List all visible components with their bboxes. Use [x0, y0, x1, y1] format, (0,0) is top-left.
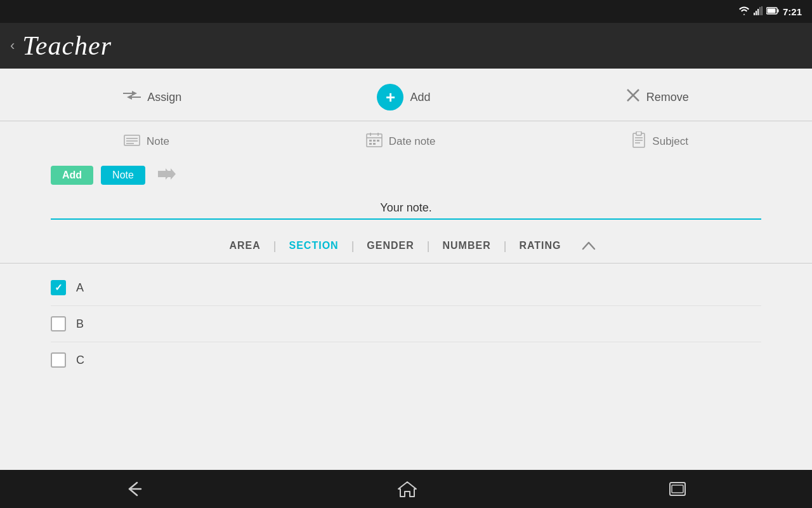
back-nav-button[interactable] [126, 480, 146, 498]
forward-arrow-icon [158, 168, 176, 183]
checkbox-b-label: B [76, 318, 84, 331]
app-title: Teacher [22, 30, 112, 61]
svg-rect-1 [756, 11, 757, 15]
date-note-icon [366, 132, 383, 151]
svg-rect-22 [369, 140, 372, 142]
checkbox-a-label: A [76, 281, 84, 295]
status-icons: 7:21 [738, 6, 802, 17]
action-bar: Assign + Add Remove [0, 69, 812, 121]
remove-label: Remove [646, 91, 689, 104]
assign-label: Assign [147, 91, 181, 104]
battery-icon [766, 7, 779, 17]
note-input[interactable] [51, 197, 761, 220]
list-item: A [51, 270, 761, 306]
list-item: C [51, 342, 761, 378]
secondary-bar: Note Date note [0, 121, 812, 162]
home-nav-button[interactable] [398, 480, 417, 498]
note-button[interactable]: Note [124, 133, 169, 150]
svg-rect-0 [754, 13, 755, 15]
svg-rect-6 [777, 9, 778, 12]
filter-tabs: AREA | SECTION | GENDER | NUMBER | RATIN… [0, 229, 812, 264]
svg-marker-11 [127, 95, 132, 100]
svg-rect-4 [761, 6, 763, 15]
svg-rect-2 [757, 9, 759, 15]
svg-rect-24 [377, 140, 379, 142]
remove-button[interactable]: Remove [626, 88, 689, 106]
checkbox-a[interactable] [51, 280, 66, 295]
svg-rect-37 [672, 485, 683, 493]
note-input-area [0, 192, 812, 225]
svg-rect-7 [767, 8, 775, 13]
svg-rect-26 [373, 143, 376, 145]
subject-icon [632, 131, 646, 152]
back-button[interactable]: ‹ [10, 37, 15, 54]
svg-marker-35 [398, 482, 416, 497]
recents-nav-button[interactable] [669, 481, 686, 497]
status-time: 7:21 [783, 6, 802, 17]
add-circle-icon[interactable]: + [377, 84, 403, 110]
remove-icon [626, 88, 640, 106]
filter-tab-section[interactable]: SECTION [277, 235, 351, 257]
wifi-icon [738, 6, 750, 17]
note-type-button[interactable]: Note [101, 166, 145, 185]
add-button[interactable]: + Add [377, 84, 430, 110]
note-icon [124, 133, 140, 150]
checkbox-c-label: C [76, 354, 84, 367]
checkbox-c[interactable] [51, 352, 66, 368]
subject-button[interactable]: Subject [632, 131, 688, 152]
filter-tab-number[interactable]: NUMBER [429, 235, 503, 257]
date-note-button[interactable]: Date note [366, 132, 436, 151]
date-note-label: Date note [389, 135, 436, 148]
bottom-bar [0, 470, 812, 508]
svg-rect-3 [759, 7, 761, 15]
collapse-button[interactable] [582, 239, 596, 253]
svg-rect-28 [636, 131, 641, 135]
top-bar: ‹ Teacher [0, 23, 812, 69]
add-note-row: Add Note [0, 162, 812, 189]
filter-tab-rating[interactable]: RATING [506, 235, 573, 257]
svg-rect-25 [369, 143, 372, 145]
status-bar: 7:21 [0, 0, 812, 23]
note-label: Note [147, 135, 169, 148]
filter-tab-gender[interactable]: GENDER [354, 235, 426, 257]
main-content: Assign + Add Remove [0, 69, 812, 470]
svg-marker-33 [163, 168, 176, 180]
checkbox-b[interactable] [51, 316, 66, 331]
list-item: B [51, 306, 761, 342]
assign-icon [123, 88, 141, 106]
svg-rect-23 [373, 140, 376, 142]
checkbox-list: A B C [0, 264, 812, 384]
add-label: Add [410, 91, 430, 104]
subject-label: Subject [652, 135, 688, 148]
add-note-button[interactable]: Add [51, 166, 93, 185]
assign-button[interactable]: Assign [123, 88, 181, 106]
filter-tab-area[interactable]: AREA [216, 235, 273, 257]
svg-marker-9 [132, 91, 137, 96]
signal-icon [754, 6, 763, 17]
